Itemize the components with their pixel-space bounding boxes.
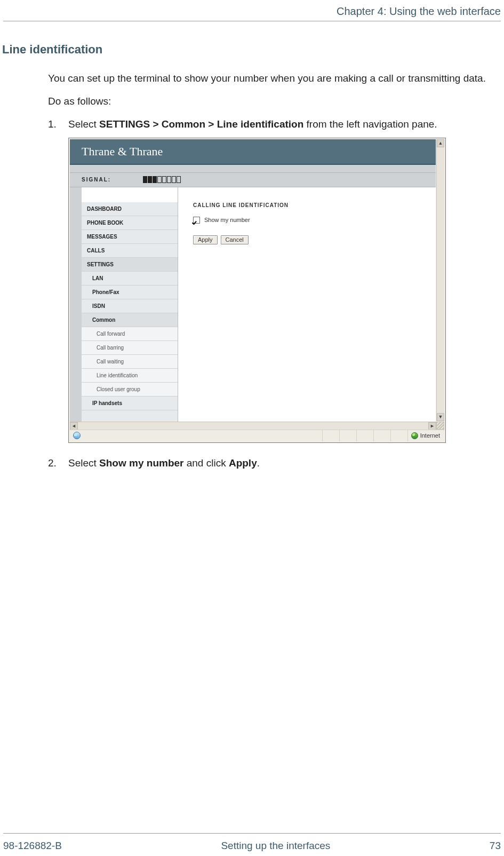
signal-bar-icon <box>167 176 171 183</box>
nav-top-gap <box>82 187 178 202</box>
checkbox-label: Show my number <box>204 217 250 223</box>
signal-label: SIGNAL: <box>82 177 111 183</box>
nav-phonefax[interactable]: Phone/Fax <box>82 286 178 299</box>
statusbar-slot <box>373 430 390 441</box>
statusbar-zone: Internet <box>407 430 444 441</box>
scroll-down-icon[interactable]: ▼ <box>437 413 444 421</box>
nav-messages[interactable]: MESSAGES <box>82 230 178 244</box>
signal-bar-icon <box>172 176 176 183</box>
step-suffix: from the left navigation pane. <box>303 118 437 130</box>
nav-iphandsets[interactable]: IP handsets <box>82 397 178 410</box>
ordered-steps: 1. Select SETTINGS > Common > Line ident… <box>48 117 501 132</box>
header-rule <box>3 21 501 21</box>
section-heading: Line identification <box>2 43 504 57</box>
left-gutter <box>70 187 82 422</box>
button-row: Apply Cancel <box>193 235 436 244</box>
step-1: 1. Select SETTINGS > Common > Line ident… <box>48 117 501 132</box>
step-bold-path: SETTINGS > Common > Line identification <box>99 118 303 130</box>
nav-callwaiting[interactable]: Call waiting <box>82 355 178 369</box>
footer-rule <box>3 833 501 834</box>
scroll-left-icon[interactable]: ◄ <box>70 422 78 430</box>
scroll-up-icon[interactable]: ▲ <box>437 139 444 147</box>
step-mid: and click <box>183 457 228 469</box>
brand-bar: Thrane & Thrane <box>70 139 436 164</box>
nav-common[interactable]: Common <box>82 313 178 327</box>
intro-paragraph-1: You can set up the terminal to show your… <box>48 72 501 86</box>
statusbar-slot <box>322 430 339 441</box>
document-page: Chapter 4: Using the web interface Line … <box>0 0 504 856</box>
signal-bar-icon <box>148 176 152 183</box>
zone-label: Internet <box>420 432 440 439</box>
apply-button[interactable]: Apply <box>193 235 218 244</box>
horizontal-scrollbar[interactable]: ◄ ► <box>70 422 436 430</box>
nav-list: DASHBOARD PHONE BOOK MESSAGES CALLS SETT… <box>82 202 178 410</box>
nav-lineident[interactable]: Line identification <box>82 369 178 383</box>
show-my-number-checkbox[interactable] <box>193 217 200 224</box>
step-prefix: Select <box>68 118 99 130</box>
nav-callforward[interactable]: Call forward <box>82 327 178 341</box>
statusbar-slot <box>356 430 373 441</box>
nav-callbarring[interactable]: Call barring <box>82 341 178 355</box>
signal-bar-icon <box>177 176 181 183</box>
nav-dashboard[interactable]: DASHBOARD <box>82 202 178 216</box>
signal-bar-icon <box>143 176 147 183</box>
step-number: 2. <box>48 456 68 471</box>
ordered-steps-cont: 2. Select Show my number and click Apply… <box>48 456 501 471</box>
globe-icon <box>411 432 418 439</box>
browser-statusbar: Internet <box>70 430 444 441</box>
step-suffix: . <box>257 457 260 469</box>
step-2: 2. Select Show my number and click Apply… <box>48 456 501 471</box>
signal-bars <box>143 176 181 183</box>
page-body: DASHBOARD PHONE BOOK MESSAGES CALLS SETT… <box>70 187 436 422</box>
page-footer: 98-126882-B Setting up the interfaces 73 <box>3 840 501 852</box>
step-text: Select Show my number and click Apply. <box>68 456 501 471</box>
footer-docnum: 98-126882-B <box>3 840 62 852</box>
content-heading: CALLING LINE IDENTIFICATION <box>193 202 436 208</box>
signal-bar-icon <box>157 176 162 183</box>
nav-settings[interactable]: SETTINGS <box>82 258 178 272</box>
step-prefix: Select <box>68 457 99 469</box>
scroll-right-icon[interactable]: ► <box>428 422 436 430</box>
nav-lan[interactable]: LAN <box>82 272 178 286</box>
step-text: Select SETTINGS > Common > Line identifi… <box>68 117 501 132</box>
footer-pagenum: 73 <box>490 840 501 852</box>
cancel-button[interactable]: Cancel <box>221 235 249 244</box>
brand-text: Thrane & Thrane <box>82 145 163 158</box>
nav-column: DASHBOARD PHONE BOOK MESSAGES CALLS SETT… <box>82 187 178 422</box>
signal-row: SIGNAL: <box>70 172 436 187</box>
step-bold: Apply <box>229 457 257 469</box>
ie-icon <box>70 432 84 439</box>
footer-section: Setting up the interfaces <box>221 840 330 852</box>
nav-calls[interactable]: CALLS <box>82 244 178 258</box>
vertical-scrollbar[interactable]: ▲ ▼ <box>436 139 444 421</box>
content-area: CALLING LINE IDENTIFICATION Show my numb… <box>178 187 436 422</box>
nav-isdn[interactable]: ISDN <box>82 299 178 313</box>
signal-bar-icon <box>153 176 157 183</box>
resize-grip-icon <box>436 422 444 430</box>
signal-bar-icon <box>162 176 166 183</box>
intro-paragraph-2: Do as follows: <box>48 94 501 109</box>
browser-screenshot: Thrane & Thrane SIGNAL: <box>68 138 446 443</box>
nav-closedgroup[interactable]: Closed user group <box>82 383 178 397</box>
nav-phonebook[interactable]: PHONE BOOK <box>82 216 178 230</box>
browser-viewport: Thrane & Thrane SIGNAL: <box>70 139 436 421</box>
step-bold: Show my number <box>99 457 183 469</box>
step-number: 1. <box>48 117 68 132</box>
checkbox-row: Show my number <box>193 217 436 224</box>
gray-padding <box>70 165 436 172</box>
chapter-header: Chapter 4: Using the web interface <box>0 5 504 21</box>
statusbar-slot <box>339 430 356 441</box>
statusbar-slot <box>390 430 407 441</box>
